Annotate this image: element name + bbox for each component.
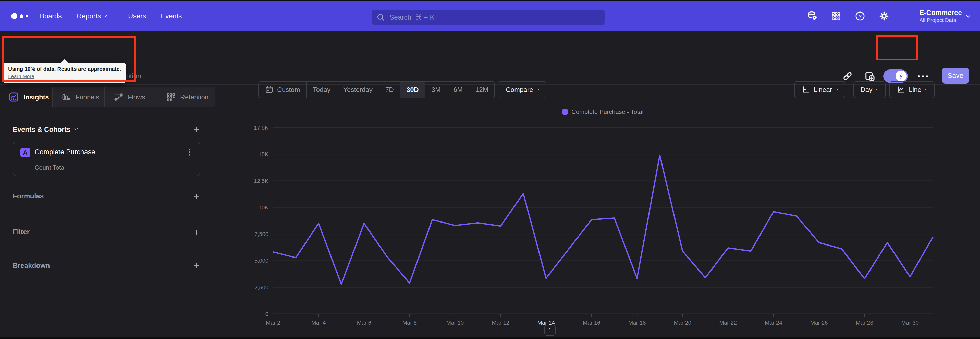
- learn-more-link[interactable]: Learn More: [8, 74, 121, 80]
- chevron-down-icon: [536, 87, 540, 91]
- nav-item-events[interactable]: Events: [161, 1, 182, 31]
- date-range-control: Custom Today Yesterday 7D 30D 3M 6M 12M: [258, 81, 495, 98]
- tab-insights[interactable]: Insights: [0, 87, 52, 107]
- range-12m[interactable]: 12M: [469, 82, 495, 98]
- range-label: Today: [313, 86, 331, 94]
- section-label: Breakdown: [13, 262, 50, 270]
- section-label: Filter: [13, 228, 30, 236]
- add-breakdown-button[interactable]: +: [193, 261, 199, 270]
- interval-selector[interactable]: Day: [853, 81, 886, 98]
- flows-icon: [114, 92, 123, 102]
- tooltip-text: Using 10% of data. Results are approxima…: [8, 66, 121, 72]
- chevron-down-icon: [875, 87, 879, 91]
- tab-label: Insights: [24, 93, 49, 101]
- series-letter-badge: A: [21, 148, 30, 157]
- y-axis-label: 10K: [259, 205, 269, 211]
- y-axis-label: 12.5K: [254, 178, 269, 184]
- x-axis-label: Mar 20: [674, 320, 691, 326]
- window-bottom-edge: [0, 337, 980, 339]
- x-axis-label: Mar 2: [266, 320, 280, 326]
- nav-item-users[interactable]: Users: [128, 1, 146, 31]
- events-cohorts-header: Events & Cohorts +: [13, 124, 199, 135]
- range-label: 3M: [431, 86, 441, 94]
- button-label: Day: [861, 86, 872, 94]
- filter-section: Filter +: [13, 226, 199, 238]
- scale-selector[interactable]: Linear: [794, 81, 845, 98]
- chart-legend[interactable]: Complete Purchase - Total: [273, 108, 933, 115]
- x-axis-label: Mar 30: [901, 320, 919, 326]
- kebab-menu-icon[interactable]: [185, 148, 194, 157]
- tab-retention[interactable]: Retention: [157, 87, 215, 107]
- x-axis-label: Mar 10: [446, 320, 464, 326]
- tab-label: Retention: [180, 93, 208, 101]
- chart-type-selector[interactable]: Line: [889, 81, 935, 98]
- event-metric[interactable]: Count Total: [35, 164, 65, 171]
- range-label: 6M: [453, 86, 463, 94]
- range-label: 30D: [407, 86, 419, 94]
- button-label: Line: [909, 86, 921, 94]
- range-yesterday[interactable]: Yesterday: [337, 82, 379, 98]
- compare-button[interactable]: Compare: [499, 81, 546, 98]
- y-axis-label: 7,500: [255, 231, 269, 237]
- help-icon[interactable]: ?: [848, 11, 872, 21]
- project-scope: All Project Data: [919, 17, 962, 24]
- nav-item-label: Events: [161, 12, 182, 20]
- search-input[interactable]: [389, 13, 600, 22]
- x-axis-label: Mar 8: [402, 320, 417, 326]
- event-card[interactable]: A Complete Purchase Count Total: [13, 142, 200, 176]
- events-cohorts-toggle[interactable]: Events & Cohorts: [13, 126, 77, 134]
- save-button[interactable]: Save: [942, 68, 969, 83]
- add-formula-button[interactable]: +: [193, 191, 199, 201]
- x-axis-label: Mar 4: [311, 320, 326, 326]
- left-panel: Insights Funnels Flows: [0, 85, 215, 337]
- event-name: Complete Purchase: [35, 148, 95, 156]
- chart-series-line[interactable]: [273, 155, 933, 284]
- project-selector[interactable]: E-Commerce All Project Data: [919, 1, 970, 31]
- nav-item-boards[interactable]: Boards: [40, 1, 62, 31]
- tab-label: Flows: [128, 93, 145, 101]
- insights-icon: [9, 92, 19, 102]
- tab-bar: Insights Funnels Flows: [0, 87, 215, 107]
- report-header-bar: Untitled Sampled + Add description... Sa…: [0, 31, 980, 85]
- add-filter-button[interactable]: +: [193, 227, 199, 237]
- range-3m[interactable]: 3M: [425, 82, 447, 98]
- tab-flows[interactable]: Flows: [104, 87, 157, 107]
- range-label: Yesterday: [343, 86, 372, 94]
- divider: [935, 69, 936, 83]
- search-icon: [377, 13, 385, 21]
- add-to-board-icon[interactable]: [864, 70, 875, 82]
- x-axis-label: Mar 18: [628, 320, 646, 326]
- range-today[interactable]: Today: [306, 82, 337, 98]
- page-number: 1: [548, 327, 552, 334]
- y-axis-label: 17.5K: [254, 125, 269, 131]
- nav-item-reports[interactable]: Reports: [77, 1, 107, 31]
- range-6m[interactable]: 6M: [447, 82, 469, 98]
- range-custom[interactable]: Custom: [259, 82, 306, 98]
- pagination-page-1[interactable]: 1: [544, 325, 555, 336]
- project-name: E-Commerce: [919, 9, 962, 17]
- nav-item-label: Reports: [77, 12, 101, 20]
- mixpanel-logo-icon[interactable]: [11, 1, 28, 31]
- more-options-icon[interactable]: [916, 69, 930, 83]
- chevron-down-icon: [103, 14, 107, 17]
- range-label: 12M: [476, 86, 488, 94]
- chevron-down-icon: [966, 13, 970, 18]
- x-axis-label: Mar 26: [810, 320, 828, 326]
- sampling-toggle[interactable]: [883, 69, 908, 83]
- legend-swatch: [562, 109, 568, 115]
- data-management-icon[interactable]: [801, 11, 824, 21]
- settings-gear-icon[interactable]: [872, 11, 896, 21]
- add-event-button[interactable]: +: [193, 125, 199, 134]
- range-30d[interactable]: 30D: [400, 82, 425, 98]
- tab-funnels[interactable]: Funnels: [52, 87, 104, 107]
- range-7d[interactable]: 7D: [379, 82, 400, 98]
- chevron-down-icon: [835, 87, 838, 91]
- chevron-down-icon: [924, 87, 928, 91]
- global-search[interactable]: [371, 10, 605, 25]
- share-link-icon[interactable]: [842, 70, 853, 82]
- x-axis-label: Mar 16: [583, 320, 600, 326]
- calendar-icon: [265, 85, 274, 94]
- section-label: Formulas: [13, 192, 44, 200]
- apps-grid-icon[interactable]: [824, 11, 848, 21]
- legend-label: Complete Purchase - Total: [571, 108, 643, 115]
